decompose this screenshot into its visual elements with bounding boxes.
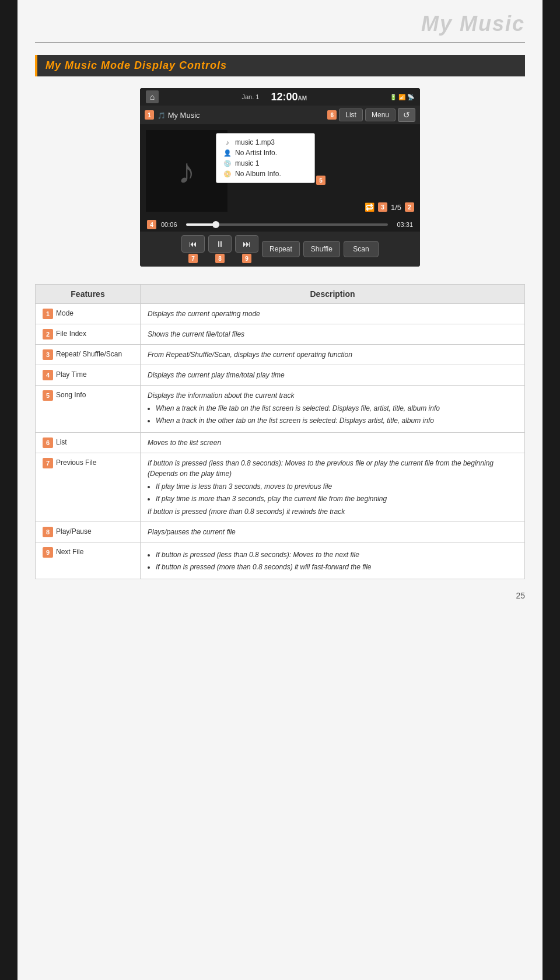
time-label: 12:00AM [271, 91, 307, 103]
feature-cell: 1Mode [36, 304, 141, 324]
album-icon: 📀 [223, 170, 232, 178]
page-number: 25 [35, 591, 525, 600]
note-icon: ♪ [223, 139, 232, 146]
features-table: Features Description 1ModeDisplays the c… [35, 284, 525, 579]
badge-8-ctrl: 8 [215, 254, 225, 263]
feature-badge: 7 [43, 458, 53, 468]
feature-cell: 2File Index [36, 324, 141, 345]
shuffle-button[interactable]: Shuffle [303, 241, 340, 257]
list-button[interactable]: List [339, 108, 363, 121]
description-cell: Plays/pauses the current file [141, 522, 525, 542]
feature-cell: 7Previous File [36, 453, 141, 522]
section-title: My Music Mode Display Controls [46, 60, 227, 71]
feature-badge: 4 [43, 370, 53, 380]
prev-button[interactable]: ⏮ [181, 235, 205, 253]
player-index-bar: 🔁 3 1/5 2 [365, 202, 414, 212]
artist-text: No Artist Info. [235, 149, 277, 157]
description-cell: Displays the current play time/total pla… [141, 365, 525, 386]
filename-text: music 1.mp3 [235, 138, 275, 146]
feature-badge: 2 [43, 329, 53, 340]
badge-6: 6 [327, 110, 337, 120]
player-main-area: ♪ ♪ music 1.mp3 👤 No Artist Info. 💿 musi… [140, 124, 420, 218]
scan-button[interactable]: Scan [344, 241, 379, 257]
col-features: Features [36, 285, 141, 304]
info-row-album-info: 📀 No Album Info. [223, 170, 307, 178]
home-icon[interactable]: ⌂ [146, 90, 159, 103]
feature-cell: 3Repeat/ Shuffle/Scan [36, 345, 141, 365]
info-row-album-title: 💿 music 1 [223, 159, 307, 167]
badge-5: 5 [316, 176, 326, 185]
badge-2: 2 [405, 202, 414, 212]
person-icon: 👤 [223, 149, 232, 157]
description-cell: Displays the information about the curre… [141, 386, 525, 433]
badge-4: 4 [147, 220, 156, 229]
header-divider [35, 42, 525, 43]
feature-cell: 5Song Info [36, 386, 141, 433]
status-icons: 🔋 📶 📡 [390, 94, 414, 100]
description-cell: Shows the current file/total files [141, 324, 525, 345]
nav-label: 🎵 My Music [158, 111, 324, 120]
description-cell: If button is pressed (less than 0.8 seco… [141, 453, 525, 522]
description-cell: Moves to the list screen [141, 433, 525, 453]
feature-badge: 3 [43, 349, 53, 360]
menu-button[interactable]: Menu [365, 108, 396, 121]
status-bar: ⌂ Jan. 1 12:00AM 🔋 📶 📡 [140, 88, 420, 106]
description-cell: Displays the current operating mode [141, 304, 525, 324]
badge-9-ctrl: 9 [242, 254, 251, 263]
info-row-artist: 👤 No Artist Info. [223, 149, 307, 157]
badge-3: 3 [378, 202, 387, 212]
feature-cell: 6List [36, 433, 141, 453]
description-cell: If button is pressed (less than 0.8 seco… [141, 542, 525, 579]
album-info-text: No Album Info. [235, 170, 281, 178]
progress-fill [186, 223, 216, 226]
song-info-popup: ♪ music 1.mp3 👤 No Artist Info. 💿 music … [216, 133, 315, 183]
feature-badge: 5 [43, 390, 53, 401]
feature-badge: 9 [43, 547, 53, 558]
feature-cell: 9Next File [36, 542, 141, 579]
time-total: 03:31 [393, 221, 413, 228]
nav-bar: 1 🎵 My Music 6 List Menu ↺ [140, 106, 420, 124]
file-index: 1/5 [391, 203, 401, 212]
date-time: Jan. 1 12:00AM [242, 91, 307, 103]
feature-cell: 4Play Time [36, 365, 141, 386]
prev-wrapper: ⏮ 7 [181, 235, 205, 263]
repeat-icon: 🔁 [365, 202, 374, 212]
section-title-bar: My Music Mode Display Controls [35, 55, 525, 76]
next-button[interactable]: ⏭ [235, 235, 258, 253]
next-wrapper: ⏭ 9 [235, 235, 258, 263]
badge-1: 1 [145, 110, 154, 120]
feature-badge: 1 [43, 309, 53, 319]
pause-wrapper: ⏸ 8 [208, 235, 232, 263]
info-row-filename: ♪ music 1.mp3 [223, 138, 307, 146]
progress-track[interactable] [186, 223, 388, 226]
back-button[interactable]: ↺ [398, 108, 415, 122]
repeat-button[interactable]: Repeat [262, 241, 300, 257]
player-mockup: ⌂ Jan. 1 12:00AM 🔋 📶 📡 1 🎵 My Music 6 Li… [140, 88, 420, 267]
feature-cell: 8Play/Pause [36, 522, 141, 542]
nav-buttons: 6 List Menu ↺ [327, 108, 415, 122]
time-current: 00:06 [161, 221, 181, 228]
col-description: Description [141, 285, 525, 304]
album-art: ♪ [146, 130, 228, 212]
pause-button[interactable]: ⏸ [208, 235, 232, 253]
controls-bar: ⏮ 7 ⏸ 8 ⏭ 9 Repeat Shuffle Scan [140, 232, 420, 267]
progress-area: 4 00:06 03:31 [140, 218, 420, 232]
feature-badge: 6 [43, 438, 53, 448]
page-title: My Music [421, 12, 525, 36]
disc-icon: 💿 [223, 160, 232, 167]
feature-badge: 8 [43, 527, 53, 537]
description-cell: From Repeat/Shuffle/Scan, displays the c… [141, 345, 525, 365]
date-label: Jan. 1 [242, 93, 259, 100]
music-note-icon: ♪ [178, 151, 195, 191]
badge-7-ctrl: 7 [188, 254, 198, 263]
album-title-text: music 1 [235, 159, 259, 167]
